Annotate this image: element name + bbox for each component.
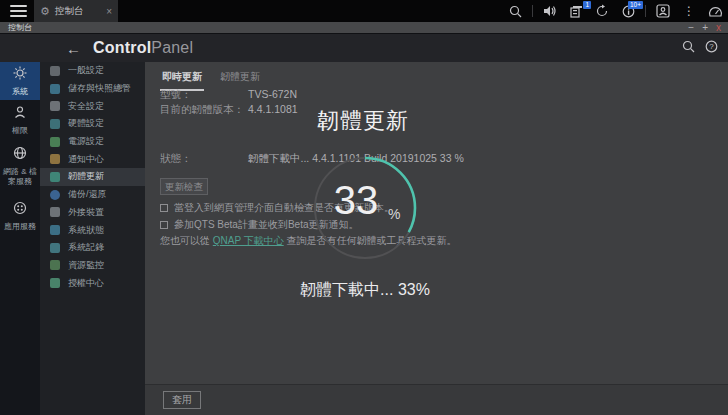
sidebar-item-privilege[interactable]: 權限 [0, 100, 40, 140]
license-center-icon [50, 278, 60, 288]
resource-monitor-icon [50, 260, 60, 270]
back-arrow-icon[interactable]: ← [66, 40, 81, 57]
field-model: 型號：TVS-672N [160, 88, 297, 102]
globe-icon [13, 146, 27, 164]
dashboard-icon[interactable] [702, 0, 728, 22]
overlay-title: 韌體更新 [263, 106, 463, 136]
submenu-item-hardware[interactable]: 硬體設定 [40, 115, 145, 133]
window-titlebar[interactable]: 控制台 − + x [0, 22, 728, 33]
system-status-icon [50, 225, 60, 235]
close-icon[interactable]: x [716, 23, 721, 33]
volume-icon[interactable] [537, 0, 563, 22]
checkbox-icon[interactable] [160, 221, 168, 229]
check-update-button[interactable]: 更新檢查 [160, 178, 208, 195]
hardware-icon [50, 119, 60, 129]
gear-icon: ⚙ [40, 6, 50, 17]
notifications-badge: 10+ [628, 1, 643, 9]
backup-restore-icon [50, 190, 60, 200]
bottom-bar: 套用 [145, 384, 728, 415]
taskbar-tab-label: 控制台 [55, 5, 106, 18]
submenu-item-power[interactable]: 電源設定 [40, 133, 145, 151]
progress-caption: 韌體下載中... 33% [265, 280, 465, 301]
system-logs-icon [50, 243, 60, 253]
app-grid-icon [13, 201, 27, 219]
tab-close-icon[interactable]: × [106, 6, 112, 17]
power-icon [50, 137, 60, 147]
sidebar-item-label: 權限 [12, 126, 28, 136]
notification-megaphone-icon [50, 154, 60, 164]
submenu: 一般設定 儲存與快照總管 安全設定 硬體設定 電源設定 通知中心 韌體更新 備份… [40, 62, 145, 415]
desktop: ⚙ 控制台 × 1 10+ [0, 0, 728, 415]
taskbar-tab-controlpanel[interactable]: ⚙ 控制台 × [34, 0, 118, 22]
firmware-update-icon [50, 172, 60, 182]
qnap-download-center-link[interactable]: QNAP 下載中心 [213, 235, 284, 246]
submenu-item-security[interactable]: 安全設定 [40, 97, 145, 115]
sidebar-item-label: 應用服務 [4, 222, 36, 232]
search-icon[interactable] [502, 0, 528, 22]
divider [645, 5, 646, 17]
submenu-item-firmware-update[interactable]: 韌體更新 [40, 168, 145, 186]
submenu-item-system-status[interactable]: 系統狀態 [40, 221, 145, 239]
page-title: ControlPanel [93, 39, 193, 57]
category-sidebar: 系統 權限 網路 & 檔案服務 應用服務 [0, 62, 40, 415]
main-menu-icon[interactable] [10, 5, 27, 17]
sidebar-item-applications[interactable]: 應用服務 [0, 192, 40, 240]
maximize-icon[interactable]: + [702, 23, 708, 33]
sidebar-item-label: 網路 & 檔案服務 [1, 167, 39, 187]
submenu-item-notification-center[interactable]: 通知中心 [40, 150, 145, 168]
submenu-item-storage-snapshots[interactable]: 儲存與快照總管 [40, 80, 145, 98]
window-title: 控制台 [8, 22, 688, 33]
controlpanel-header: ← ControlPanel ? [0, 33, 728, 62]
more-options-icon[interactable]: ⋮ [676, 0, 702, 22]
sidebar-item-system[interactable]: 系統 [0, 62, 40, 100]
help-icon[interactable]: ? [705, 39, 718, 57]
external-device-icon[interactable]: 1 [563, 0, 589, 22]
background-tasks-icon[interactable] [589, 0, 615, 22]
sidebar-item-network-file-services[interactable]: 網路 & 檔案服務 [0, 140, 40, 192]
submenu-item-license-center[interactable]: 授權中心 [40, 274, 145, 292]
apply-button[interactable]: 套用 [163, 391, 201, 409]
taskbar: ⚙ 控制台 × 1 10+ [0, 0, 728, 22]
minimize-icon[interactable]: − [688, 23, 694, 33]
submenu-item-system-logs[interactable]: 系統記錄 [40, 239, 145, 257]
system-gear-icon [13, 66, 27, 84]
submenu-item-resource-monitor[interactable]: 資源監控 [40, 257, 145, 275]
storage-snapshots-icon [50, 84, 60, 94]
checkbox-icon[interactable] [160, 204, 168, 212]
svg-text:?: ? [709, 42, 714, 51]
submenu-item-backup-restore[interactable]: 備份/還原 [40, 186, 145, 204]
notifications-icon[interactable]: 10+ [615, 0, 641, 22]
user-account-icon[interactable] [650, 0, 676, 22]
submenu-item-general-settings[interactable]: 一般設定 [40, 62, 145, 80]
external-device-icon [50, 207, 60, 217]
divider [532, 5, 533, 17]
submenu-item-external-device[interactable]: 外接裝置 [40, 204, 145, 222]
progress-percent-sign: % [388, 206, 400, 222]
sidebar-item-label: 系統 [12, 87, 28, 97]
panel-search-icon[interactable] [682, 39, 695, 57]
person-icon [13, 105, 27, 123]
lock-icon [50, 101, 60, 111]
general-settings-icon [50, 66, 60, 76]
